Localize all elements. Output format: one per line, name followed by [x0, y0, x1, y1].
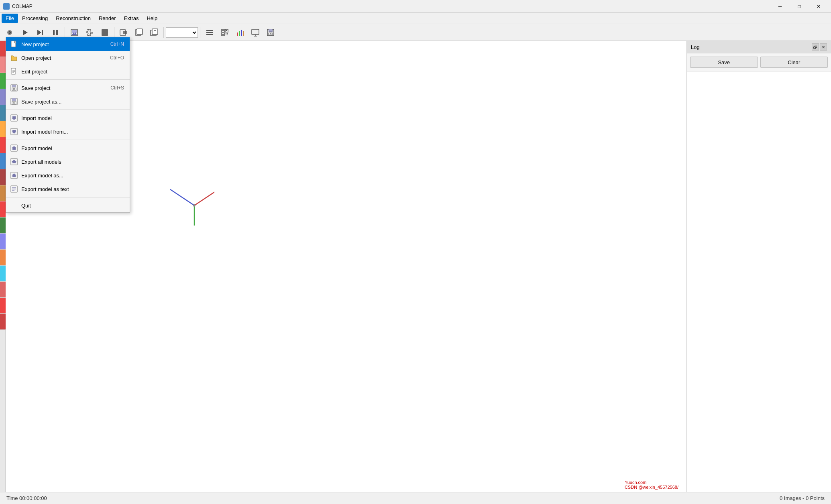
export-all-models-label: Export all models — [21, 159, 116, 165]
save-project-as-icon — [10, 98, 18, 106]
edit-project-icon — [10, 67, 18, 75]
menu-export-all-models[interactable]: Export all models — [6, 155, 130, 169]
log-title: Log — [691, 44, 700, 50]
chart-view-btn[interactable] — [233, 26, 247, 39]
sidebar-color-6 — [0, 121, 6, 137]
separator-3 — [6, 140, 130, 140]
menu-help[interactable]: Help — [143, 14, 161, 23]
menu-render[interactable]: Render — [95, 14, 120, 23]
menu-export-model-as[interactable]: Export model as... — [6, 169, 130, 182]
export-model-label: Export model — [21, 145, 116, 151]
menu-processing[interactable]: Processing — [18, 14, 52, 23]
menu-file[interactable]: File — [2, 14, 18, 23]
log-buttons: Save Clear — [687, 53, 831, 71]
import-model-label: Import model — [21, 115, 116, 121]
separator-2 — [114, 27, 114, 38]
status-info: 0 Images - 0 Points — [780, 495, 825, 501]
sidebar-color-11 — [0, 201, 6, 217]
sidebar-color-7 — [0, 137, 6, 153]
sidebar-color-8 — [0, 153, 6, 169]
menu-export-model[interactable]: Export model — [6, 141, 130, 155]
left-sidebar — [0, 41, 6, 492]
svg-rect-34 — [237, 33, 238, 36]
svg-rect-38 — [252, 29, 259, 35]
svg-rect-30 — [226, 33, 226, 34]
log-save-btn[interactable]: Save — [690, 57, 758, 68]
svg-rect-29 — [222, 34, 224, 35]
log-header: Log 🗗 ✕ — [687, 41, 831, 53]
export2-btn[interactable] — [132, 26, 146, 39]
svg-rect-17 — [137, 29, 143, 35]
minimize-button[interactable]: ─ — [771, 0, 789, 13]
save-project-as-label: Save project as... — [21, 99, 116, 105]
title-bar: COLMAP ─ □ ✕ — [0, 0, 831, 13]
export-model-as-icon — [10, 171, 18, 179]
export3-btn[interactable] — [147, 26, 161, 39]
log-content — [687, 71, 831, 492]
menu-reconstruction[interactable]: Reconstruction — [52, 14, 95, 23]
svg-rect-32 — [226, 35, 226, 35]
save-project-label: Save project — [21, 85, 102, 91]
close-button[interactable]: ✕ — [809, 0, 828, 13]
import-model-from-icon — [10, 128, 18, 136]
window-title: COLMAP — [12, 4, 771, 9]
svg-rect-35 — [239, 31, 240, 36]
list-view-btn[interactable] — [202, 26, 217, 39]
menu-quit[interactable]: Quit — [6, 199, 130, 212]
open-project-icon — [10, 54, 18, 62]
save-project-shortcut: Ctrl+S — [110, 85, 124, 91]
menu-export-model-as-text[interactable]: Export model as text — [6, 182, 130, 196]
svg-rect-61 — [12, 98, 16, 101]
log-undock-btn[interactable]: 🗗 — [812, 43, 819, 51]
export-model-icon — [10, 144, 18, 152]
sidebar-color-3 — [0, 73, 6, 89]
svg-rect-5 — [42, 30, 43, 35]
maximize-button[interactable]: □ — [790, 0, 809, 13]
menu-save-project[interactable]: Save project Ctrl+S — [6, 81, 130, 95]
monitor-view-btn[interactable] — [248, 26, 263, 39]
svg-point-59 — [13, 88, 15, 90]
svg-rect-43 — [269, 29, 272, 31]
new-project-label: New project — [21, 41, 102, 47]
menu-open-project[interactable]: Open project Ctrl+O — [6, 51, 130, 65]
sidebar-color-1 — [0, 41, 6, 57]
svg-line-47 — [194, 189, 214, 205]
save-view-btn[interactable] — [263, 26, 278, 39]
menu-save-project-as[interactable]: Save project as... — [6, 95, 130, 108]
open-project-shortcut: Ctrl+O — [110, 55, 124, 61]
svg-rect-19 — [152, 29, 158, 35]
sidebar-color-13 — [0, 234, 6, 250]
file-menu-dropdown: New project Ctrl+N Open project Ctrl+O E… — [6, 37, 130, 213]
export-all-models-icon — [10, 158, 18, 166]
svg-rect-28 — [226, 30, 227, 31]
log-close-btn[interactable]: ✕ — [820, 43, 827, 51]
status-time: Time 00:00:00:00 — [6, 495, 780, 501]
save-project-icon — [10, 84, 18, 92]
menu-edit-project[interactable]: Edit project — [6, 65, 130, 78]
model-dropdown[interactable] — [166, 27, 198, 38]
import-model-from-label: Import model from... — [21, 129, 116, 135]
separator-4 — [200, 27, 200, 38]
menu-extras[interactable]: Extras — [120, 14, 143, 23]
svg-rect-37 — [243, 31, 244, 36]
open-project-label: Open project — [21, 55, 102, 61]
import-model-icon — [10, 114, 18, 122]
menu-import-model-from[interactable]: Import model from... — [6, 125, 130, 138]
edit-project-label: Edit project — [21, 69, 116, 75]
log-clear-btn[interactable]: Clear — [760, 57, 828, 68]
quit-icon — [10, 201, 18, 209]
separator-4 — [6, 197, 130, 197]
window-controls: ─ □ ✕ — [771, 0, 828, 13]
separator-3 — [163, 27, 164, 38]
export-model-as-label: Export model as... — [21, 173, 116, 179]
export-model-as-text-icon — [10, 185, 18, 193]
qr-view-btn[interactable] — [218, 26, 232, 39]
menu-new-project[interactable]: New project Ctrl+N — [6, 37, 130, 51]
svg-rect-57 — [12, 85, 16, 87]
menu-import-model[interactable]: Import model — [6, 111, 130, 125]
menu-bar: File Processing Reconstruction Render Ex… — [0, 13, 831, 24]
sidebar-color-15 — [0, 266, 6, 282]
new-project-shortcut: Ctrl+N — [110, 41, 124, 47]
svg-line-46 — [170, 189, 194, 205]
log-header-controls: 🗗 ✕ — [812, 43, 827, 51]
